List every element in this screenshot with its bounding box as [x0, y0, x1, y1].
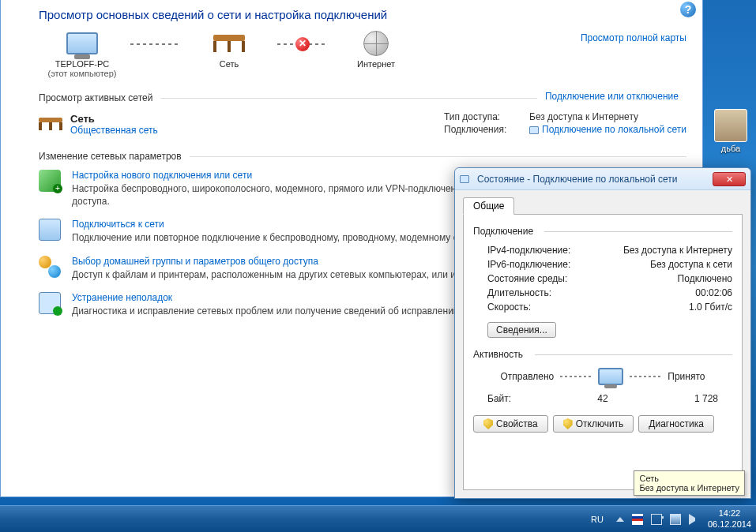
troubleshoot-icon	[39, 292, 61, 314]
properties-button[interactable]: Свойства	[473, 415, 548, 433]
bytes-sent: 42	[597, 393, 607, 404]
dialog-panel: Подключение IPv4-подключение:Без доступа…	[463, 214, 743, 490]
homegroup-icon	[39, 256, 61, 278]
connect-network-icon	[39, 219, 61, 241]
active-networks-section: Просмотр активных сетей Подключение или …	[39, 92, 686, 103]
network-name: Сеть	[70, 113, 158, 125]
tab-general[interactable]: Общие	[463, 197, 514, 215]
link-network-internet-broken	[277, 43, 328, 45]
close-button[interactable]: ✕	[713, 172, 746, 186]
media-value: Подключено	[678, 273, 732, 284]
dialog-title: Состояние - Подключение по локальной сет…	[477, 174, 708, 185]
nic-icon	[529, 126, 539, 134]
page-title: Просмотр основных сведений о сети и наст…	[39, 8, 686, 21]
bench-icon	[213, 35, 245, 52]
duration-value: 00:02:06	[695, 287, 732, 298]
node-internet[interactable]: Интернет	[333, 29, 419, 69]
desktop-shortcut-icon	[714, 109, 747, 142]
node-this-pc[interactable]: TEPLOFF-PC (этот компьютер)	[39, 29, 126, 78]
taskbar[interactable]: RU 14:22 06.12.2014	[0, 505, 756, 532]
nic-icon	[460, 175, 469, 183]
flag-icon[interactable]	[632, 514, 643, 525]
connection-status-dialog: Состояние - Подключение по локальной сет…	[454, 167, 751, 499]
shield-icon	[483, 418, 493, 429]
node-network[interactable]: Сеть	[186, 29, 273, 69]
bytes-recv: 1 728	[694, 393, 718, 404]
pc-icon	[66, 32, 98, 54]
battery-icon[interactable]	[651, 514, 662, 525]
clock[interactable]: 14:22 06.12.2014	[708, 508, 751, 529]
diagnose-button[interactable]: Диагностика	[638, 415, 714, 433]
ipv4-value: Без доступа к Интернету	[623, 245, 732, 256]
activity-group-label: Активность	[473, 349, 732, 360]
network-tray-icon[interactable]	[670, 514, 681, 525]
active-network-row: Сеть Общественная сеть Тип доступа: Без …	[39, 111, 686, 137]
connection-link[interactable]: Подключение по локальной сети	[542, 124, 686, 135]
network-map: TEPLOFF-PC (этот компьютер) Сеть Интерне…	[39, 29, 686, 78]
details-button[interactable]: Сведения...	[487, 322, 556, 338]
globe-icon	[363, 31, 389, 56]
link-pc-network	[130, 43, 181, 45]
bytes-label: Байт:	[487, 393, 511, 404]
network-type-link[interactable]: Общественная сеть	[70, 125, 158, 136]
sent-label: Отправлено	[501, 371, 555, 382]
change-settings-section: Изменение сетевых параметров	[39, 151, 686, 162]
desktop-shortcut-label: дьба	[710, 144, 751, 153]
new-connection-icon	[39, 170, 61, 192]
desktop-shortcut[interactable]: дьба	[710, 109, 751, 153]
access-value: Без доступа к Интернету	[529, 111, 638, 122]
help-icon[interactable]: ?	[680, 2, 696, 17]
language-indicator[interactable]: RU	[591, 515, 604, 524]
activity-diagram: Отправлено Принято	[473, 368, 732, 385]
shield-icon	[563, 418, 573, 429]
view-full-map-link[interactable]: Просмотр полной карты	[581, 32, 686, 43]
dialog-titlebar[interactable]: Состояние - Подключение по локальной сет…	[455, 168, 750, 190]
speed-value: 1.0 Гбит/с	[689, 302, 732, 313]
ipv6-value: Без доступа к сети	[650, 259, 732, 270]
bench-icon	[39, 118, 62, 130]
connection-group-label: Подключение	[473, 226, 732, 237]
volume-icon[interactable]	[689, 514, 700, 525]
network-tray-tooltip: Сеть Без доступа к Интернету	[634, 470, 745, 496]
connect-disconnect-link[interactable]: Подключение или отключение	[537, 91, 686, 102]
recv-label: Принято	[668, 371, 705, 382]
tray-overflow-icon[interactable]	[616, 517, 624, 522]
pc-icon	[598, 368, 623, 385]
disable-button[interactable]: Отключить	[553, 415, 634, 433]
